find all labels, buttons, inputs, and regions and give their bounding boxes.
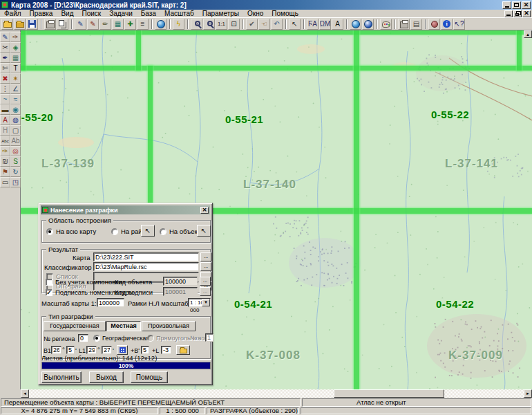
maximize-button[interactable]	[512, 1, 521, 9]
scroll-right-button[interactable]: ►	[524, 389, 532, 398]
export-print-button[interactable]	[398, 19, 410, 30]
menu-item-tasks[interactable]: Задачи	[105, 10, 137, 18]
edit-pencil-button[interactable]: ✎	[87, 19, 99, 30]
build-tool-button[interactable]: ₪	[0, 156, 10, 167]
menu-item-search[interactable]: Поиск	[77, 10, 105, 18]
zoom-in-button[interactable]: +	[191, 19, 202, 30]
fit-view-button[interactable]: ⊡	[228, 19, 240, 30]
font-tool-button[interactable]: A	[332, 19, 343, 30]
abc-gray-button[interactable]: Ab	[10, 136, 21, 146]
split-line-button[interactable]: ✄	[0, 63, 10, 73]
find-by-name-button[interactable]: ϜA	[307, 19, 319, 30]
scroll-left-button[interactable]: ◄	[21, 389, 29, 398]
dialog-close-icon[interactable]: ✕	[200, 207, 209, 214]
minimize-button[interactable]	[502, 1, 511, 9]
map-browse-button[interactable]: ...	[200, 252, 211, 261]
rect-tool-button[interactable]: ▬	[0, 104, 10, 115]
radio-object[interactable]	[160, 228, 167, 235]
target-find-button[interactable]: ◎	[10, 146, 21, 156]
fast-search-button[interactable]: ϟ	[173, 19, 184, 30]
scale-1-1-button[interactable]: 1:1	[216, 19, 227, 30]
select-pencil-button[interactable]: ✎	[75, 19, 86, 30]
about-info-button[interactable]: i	[441, 19, 453, 30]
save-button[interactable]	[26, 19, 38, 30]
frames-scale-dropdown-icon[interactable]: ▼	[202, 299, 210, 306]
l1-degrees-field[interactable]	[86, 346, 97, 354]
text-tool-button[interactable]: T	[10, 63, 21, 73]
help-button[interactable]: Помощь	[131, 371, 168, 383]
letter-a-button[interactable]: A	[0, 115, 10, 125]
classifier-path-field[interactable]	[93, 262, 199, 271]
legend-palette-button[interactable]	[380, 19, 392, 30]
menu-item-help[interactable]: Помощь	[267, 10, 303, 18]
no-composition-checkbox[interactable]	[46, 279, 53, 286]
delete-object-button[interactable]: ✖	[0, 73, 10, 84]
l1-minutes-field[interactable]	[102, 346, 112, 354]
accept-button[interactable]: ✔	[246, 19, 258, 30]
horizontal-scrollbar[interactable]: ◄ ►	[21, 389, 532, 398]
scrollbar-track[interactable]	[29, 389, 524, 398]
atlas-globe-button[interactable]	[350, 19, 361, 30]
radio-district[interactable]	[111, 228, 118, 235]
record-disc-button[interactable]	[428, 19, 440, 30]
exit-button[interactable]: Выход	[89, 371, 124, 383]
zoom-out-button[interactable]: −	[203, 19, 215, 30]
radio-whole-map[interactable]	[46, 228, 53, 235]
fill-area-button[interactable]: ▦	[10, 53, 21, 63]
box-tool-button[interactable]: ▭	[0, 177, 10, 187]
menu-item-params[interactable]: Параметры	[198, 10, 243, 18]
copy-button[interactable]	[57, 19, 68, 30]
draw-pencil-button[interactable]: ✏	[99, 19, 111, 30]
cut-object-button[interactable]: ✂	[0, 42, 10, 53]
delta-l-field[interactable]	[161, 346, 171, 354]
create-object-button[interactable]: ✎	[0, 32, 10, 42]
open-map-button[interactable]	[1, 19, 13, 30]
angle-tool-button[interactable]: ∠	[10, 84, 21, 94]
scrollbar-thumb[interactable]	[334, 389, 444, 398]
find-by-code-button[interactable]: ΏM	[319, 19, 331, 30]
undo-button[interactable]: ↶	[271, 19, 283, 30]
frame-tool-button[interactable]: ▢	[10, 125, 21, 136]
map-scale-field[interactable]	[97, 298, 124, 307]
route-globe-button[interactable]	[155, 19, 167, 30]
pick-district-cursor-button[interactable]: ↖	[141, 225, 155, 237]
globe-tool-button[interactable]: ◉	[10, 104, 21, 115]
print-button[interactable]	[44, 19, 56, 30]
region-number-field[interactable]	[78, 334, 88, 342]
object-code-browse-button[interactable]: ...	[200, 277, 211, 286]
menu-item-view[interactable]: Вид	[57, 10, 77, 18]
child-restore-button[interactable]	[513, 10, 522, 17]
dialog-title-bar[interactable]: Нанесение разграфки ✕	[41, 205, 210, 214]
brush-tool-button[interactable]: ✑	[0, 146, 10, 156]
abc-tool-button[interactable]: Abc	[0, 136, 10, 146]
object-code-field[interactable]	[163, 277, 198, 286]
state-grid-button[interactable]: Государственная	[44, 321, 106, 331]
b1-minutes-field[interactable]	[66, 346, 75, 354]
merge-object-button[interactable]: ◈	[10, 42, 21, 53]
child-minimize-button[interactable]	[504, 10, 513, 17]
close-button[interactable]: ✕	[522, 1, 531, 9]
sign-tool-button[interactable]: ✒	[0, 53, 10, 63]
create-line-button[interactable]: ✑	[10, 32, 21, 42]
run-button[interactable]: Выполнить	[41, 371, 82, 383]
smooth-line-button[interactable]: ~	[0, 94, 10, 104]
disk-tool-button[interactable]: ◍	[10, 115, 21, 125]
menu-item-base[interactable]: База	[137, 10, 160, 18]
internet-globe-button[interactable]	[362, 19, 374, 30]
add-object-button[interactable]: ✚	[124, 19, 136, 30]
child-close-button[interactable]: ✕	[522, 10, 531, 17]
custom-grid-button[interactable]: Произвольная	[142, 321, 196, 331]
star-point-button[interactable]: ✶	[10, 73, 21, 84]
spline-line-button[interactable]: ≈	[10, 94, 21, 104]
pick-object-cursor-button[interactable]: ↖	[197, 225, 211, 237]
pan-hand-button[interactable]: ☜	[258, 19, 270, 30]
hatch-fill-button[interactable]: ▦	[112, 19, 124, 30]
cube-tool-button[interactable]: ◳	[10, 177, 21, 187]
menu-item-scale[interactable]: Масштаб	[160, 10, 198, 18]
s-tool-button[interactable]: S	[10, 156, 21, 167]
vertical-scroll-up-button[interactable]: ▲	[524, 30, 532, 38]
table-edit-button[interactable]: ▤	[410, 19, 422, 30]
pointer-button[interactable]: ↖	[289, 19, 301, 30]
menu-item-edit[interactable]: Правка	[26, 10, 57, 18]
menu-item-file[interactable]: Файл	[0, 10, 26, 18]
